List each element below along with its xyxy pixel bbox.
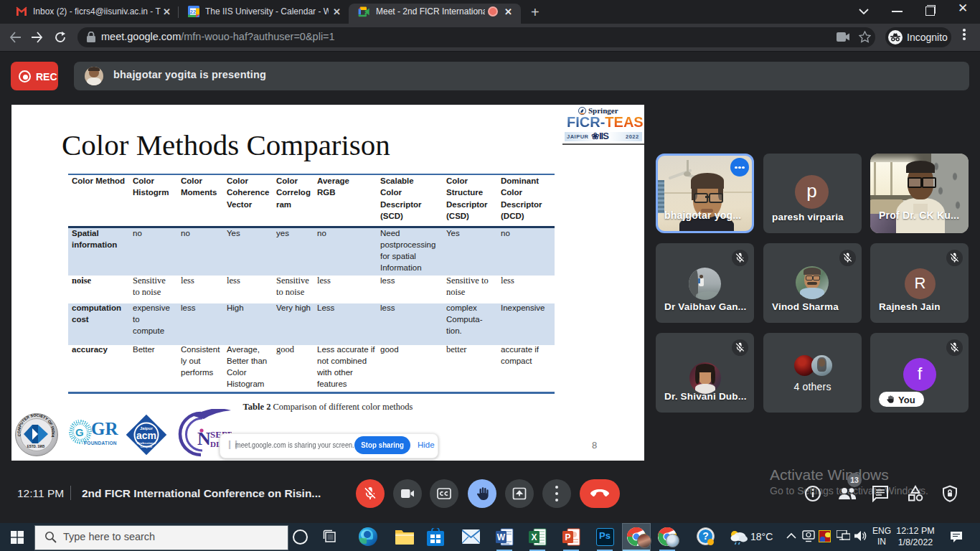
svg-text:W: W — [497, 532, 506, 542]
svg-text:acm: acm — [136, 430, 156, 441]
svg-text:Chapter: Chapter — [141, 445, 153, 448]
svg-text:ESTD. 1965: ESTD. 1965 — [27, 445, 45, 448]
svg-text:22: 22 — [190, 9, 196, 15]
svg-text:N: N — [197, 428, 211, 449]
svg-text:P: P — [565, 532, 570, 542]
svg-text:COMPUTER SOCIETY OF INDIA: COMPUTER SOCIETY OF INDIA — [17, 413, 55, 438]
svg-text:X: X — [531, 532, 537, 542]
